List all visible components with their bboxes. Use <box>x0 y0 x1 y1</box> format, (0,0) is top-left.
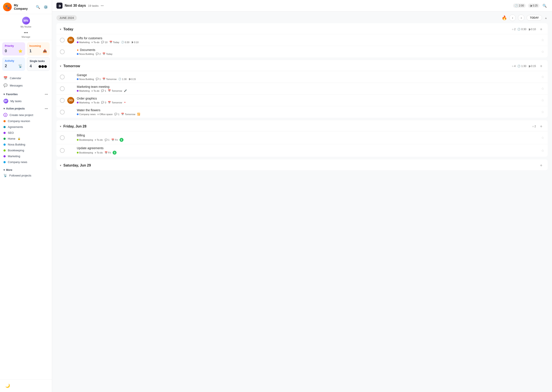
clock-small-icon: 🕑 <box>517 28 521 31</box>
single-tasks-card[interactable]: Single tasks 4 ⬤⬤⬤ <box>27 57 50 71</box>
task-star-t3[interactable]: ☆ <box>541 75 544 79</box>
friday-collapse-button[interactable]: ▾ <box>60 125 61 128</box>
meta-section-t1: ≡ To-do <box>91 41 99 44</box>
saturday-add-button[interactable]: + <box>538 162 544 168</box>
task-star-t7[interactable]: ☆ <box>541 136 544 140</box>
time-badge-2: ◑ 0:25 <box>528 3 539 8</box>
create-project-label: Create new project <box>10 113 33 117</box>
task-star-t1[interactable]: ☆ <box>541 38 544 42</box>
activity-card[interactable]: Activity 2 📡 <box>2 57 25 71</box>
comments-icon-t3: 💬 <box>96 78 99 80</box>
project-item-home[interactable]: Home 🔒 <box>2 136 50 142</box>
time-badge-1: 🕑 2:00 <box>513 3 525 8</box>
followed-projects-item[interactable]: 📡 Followed projects <box>2 172 50 178</box>
meta-section-t8: ≡ To-do <box>95 151 103 154</box>
tomorrow-collapse-button[interactable]: ▾ <box>60 65 61 68</box>
comments-icon-t4: 💬 <box>101 89 104 92</box>
task-checkbox-t6[interactable] <box>60 110 65 114</box>
topbar-left: ◑ Next 30 days 19 tasks ••• <box>57 3 510 9</box>
task-star-t5[interactable]: ☆ <box>541 98 544 102</box>
activity-bottom: 2 📡 <box>5 64 22 68</box>
more-list: 📡 Followed projects <box>0 172 52 178</box>
task-star-t6[interactable]: ☆ <box>541 110 544 114</box>
task-content-t5: Order graphics Marketing ≡ To-do 💬 <box>77 97 538 104</box>
project-item-nova[interactable]: Nova Building <box>2 142 50 147</box>
tomorrow-add-button[interactable]: + <box>538 63 544 69</box>
friday-section-name: Friday, Jun 28 <box>63 125 530 128</box>
project-item-reunion[interactable]: Company reunion <box>2 118 50 124</box>
sidebar-bottom: 🌙 <box>0 379 52 392</box>
task-checkbox-t1[interactable] <box>60 38 65 42</box>
manage-label: Manage <box>22 35 30 38</box>
my-tasks-item[interactable]: MT My tasks <box>2 97 50 105</box>
bottom-settings-item[interactable]: 🌙 <box>3 382 48 389</box>
task-meta-t6: Company news ≡ Office space 💬 1 📅 To <box>77 113 538 116</box>
settings-button[interactable]: ⚙️ <box>43 4 49 10</box>
tomorrow-section: ▾ Tomorrow ○ 4 🕑 1:30 ◑ 0:15 <box>57 60 548 118</box>
topbar-more-button[interactable]: ••• <box>101 4 104 7</box>
manage-button[interactable]: ••• Manage <box>0 29 52 40</box>
project-dot-marketing <box>3 155 6 157</box>
task-star-t4[interactable]: ☆ <box>541 86 544 91</box>
project-item-marketing[interactable]: Marketing <box>2 153 50 159</box>
project-item-seo[interactable]: SEO <box>2 130 50 136</box>
saturday-section-name: Saturday, Jun 29 <box>63 163 534 167</box>
active-projects-title: ▾ Active projects <box>3 107 25 110</box>
sidebar: 🐾 My Company 🔍 ⚙️ MN My Nozbe ••• Manage… <box>0 0 52 392</box>
section-icon-t4: ≡ <box>91 90 93 92</box>
active-projects-collapse[interactable]: ▾ <box>3 107 5 110</box>
calendar-nav-item[interactable]: 📅 Calendar <box>0 74 52 82</box>
project-item-agreements[interactable]: Agreements <box>2 124 50 130</box>
today-time2: ◑ 0:10 <box>528 28 536 31</box>
task-checkbox-t7[interactable] <box>60 135 65 140</box>
activity-icon: 📡 <box>18 64 22 68</box>
active-projects-more-button[interactable]: ••• <box>44 106 48 111</box>
incoming-card[interactable]: Incoming 1 📥 <box>27 42 50 56</box>
meta-time1-t3: 🕑 1:30 <box>118 78 127 80</box>
circle-icon: ○ <box>512 28 513 31</box>
meta-comments-t3: 💬 1 <box>96 78 101 80</box>
meta-dot-t6 <box>77 113 79 115</box>
cal-icon-t7: 📅 <box>111 139 114 141</box>
task-meta-t5: Marketing ≡ To-do 💬 3 📅 Tomorrow <box>77 101 538 104</box>
today-section-name: Today <box>63 27 510 31</box>
search-topbar-button[interactable]: 🔍 <box>542 3 548 9</box>
project-item-bookkeeping[interactable]: Bookkeeping <box>2 147 50 153</box>
project-dot-seo <box>3 132 6 134</box>
collapse-right-button[interactable]: ▲ <box>544 16 548 20</box>
messages-nav-item[interactable]: 💬 Messages <box>0 82 52 89</box>
project-dot-agreements <box>3 126 6 128</box>
task-star-t2[interactable]: ☆ <box>541 50 544 54</box>
project-item-company-news[interactable]: Company news <box>2 159 50 165</box>
create-project-item[interactable]: + Create new project <box>2 112 50 118</box>
friday-add-button[interactable]: + <box>538 123 544 129</box>
today-button[interactable]: TODAY <box>527 15 542 21</box>
today-add-button[interactable]: + <box>538 26 544 32</box>
task-star-t8[interactable]: ☆ <box>541 148 544 153</box>
comments-icon-t1: 💬 <box>101 41 104 44</box>
saturday-collapse-button[interactable]: ▾ <box>60 164 61 167</box>
month-badge[interactable]: JUNE 2024 <box>57 15 77 21</box>
search-button[interactable]: 🔍 <box>35 4 41 10</box>
task-checkbox-t3[interactable] <box>60 75 65 79</box>
sidebar-header: 🐾 My Company 🔍 ⚙️ <box>0 0 52 14</box>
meta-project-t1: Marketing <box>77 41 90 44</box>
task-checkbox-t2[interactable] <box>60 49 65 54</box>
task-checkbox-t8[interactable] <box>60 148 65 153</box>
next-arrow-button[interactable]: › <box>518 14 524 21</box>
today-collapse-button[interactable]: ▾ <box>60 28 61 31</box>
create-project-icon: + <box>3 113 7 117</box>
priority-card[interactable]: Priority 0 ⭐ <box>2 42 25 56</box>
project-label-seo: SEO <box>8 131 14 134</box>
favorites-collapse[interactable]: ▾ <box>3 93 5 96</box>
prev-arrow-button[interactable]: ‹ <box>509 14 516 21</box>
clock-icon-tm: 🕑 <box>517 65 521 68</box>
more-collapse[interactable]: ▾ <box>3 168 5 171</box>
favorites-more-button[interactable]: ••• <box>44 92 48 97</box>
meta-repeat-t6: 🔁 <box>137 113 140 116</box>
task-avatar-t5: OG <box>67 97 74 104</box>
tomorrow-stats: ○ 4 🕑 1:30 ◑ 0:15 <box>512 65 536 68</box>
task-checkbox-t5[interactable] <box>60 98 65 103</box>
today-section-header: ▾ Today ○ 2 🕑 0:30 ◑ 0:10 + <box>57 23 548 34</box>
task-checkbox-t4[interactable] <box>60 86 65 91</box>
